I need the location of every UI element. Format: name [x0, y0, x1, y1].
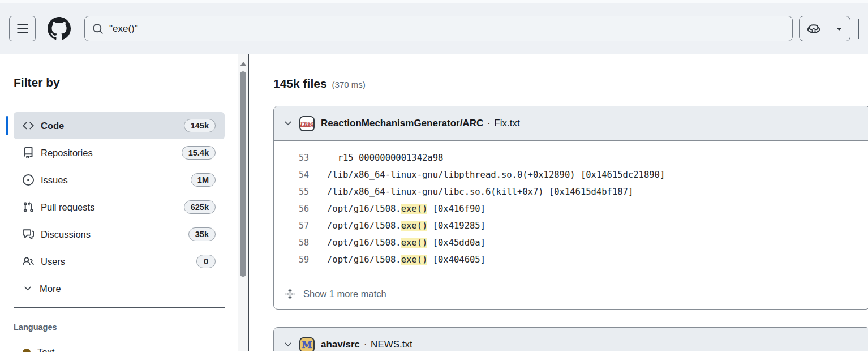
results-header: 145k files (370 ms) — [273, 77, 868, 91]
file-name[interactable]: NEWS.txt — [371, 339, 412, 350]
result-card-header[interactable]: M ahav/src · NEWS.txt — [274, 328, 868, 351]
search-results-panel: 145k files (370 ms) rmg ReactionMechanis… — [249, 54, 868, 351]
result-card-title[interactable]: ahav/src · NEWS.txt — [321, 339, 412, 350]
result-count-badge: 35k — [188, 227, 216, 241]
languages-title: Languages — [14, 323, 225, 332]
filter-nav: Code145kRepositories15.4kIssues1MPull re… — [14, 112, 225, 275]
result-count-badge: 15.4k — [182, 146, 216, 160]
result-card-title[interactable]: ReactionMechanismGenerator/ARC · Fix.txt — [321, 118, 520, 129]
line-number: 57 — [274, 221, 309, 231]
github-logo[interactable] — [48, 17, 71, 40]
title-separator: · — [483, 118, 494, 128]
code-text: /lib/x86_64-linux-gnu/libpthread.so.0(+0… — [327, 170, 665, 180]
search-query-text[interactable]: "exe()" — [109, 23, 138, 35]
main-layout: Filter by Code145kRepositories15.4kIssue… — [0, 54, 868, 351]
global-menu-button[interactable] — [9, 16, 36, 41]
code-match-line[interactable]: 57/opt/g16/l508.exe() [0x419285] — [274, 217, 868, 234]
line-number: 56 — [274, 204, 309, 214]
global-search-input[interactable]: "exe()" — [84, 16, 793, 41]
app-header: "exe()" — [0, 3, 868, 54]
code-match-line[interactable]: 58/opt/g16/l508.exe() [0x45dd0a] — [274, 234, 868, 251]
code-text: /opt/g16/l508.exe() [0x45dd0a] — [327, 238, 485, 248]
sidebar-item-issues[interactable]: Issues1M — [14, 166, 225, 194]
issue-opened-icon — [23, 174, 34, 186]
result-count-badge: 0 — [196, 255, 216, 268]
match-highlight: exe() — [401, 255, 428, 265]
code-icon — [23, 120, 34, 131]
triangle-down-icon — [835, 24, 844, 33]
repo-icon — [23, 147, 34, 158]
code-match-list: 53 r15 0000000001342a9854/lib/x86_64-lin… — [274, 141, 868, 278]
result-count-badge: 625k — [184, 200, 216, 214]
result-card: M ahav/src · NEWS.txt — [273, 327, 868, 351]
line-number: 53 — [274, 153, 309, 163]
match-highlight: exe() — [401, 238, 428, 248]
code-match-line[interactable]: 55/lib/x86_64-linux-gnu/libc.so.6(kill+0… — [274, 183, 868, 200]
title-separator: · — [360, 339, 371, 350]
results-time: (370 ms) — [332, 80, 366, 89]
line-number: 59 — [274, 255, 309, 265]
sidebar-divider — [14, 307, 225, 308]
sidebar-scrollbar[interactable] — [238, 54, 248, 351]
git-pull-request-icon — [23, 201, 34, 213]
code-text: /lib/x86_64-linux-gnu/libc.so.6(kill+0x7… — [327, 187, 633, 197]
copilot-button[interactable] — [800, 16, 828, 41]
copilot-dropdown-button[interactable] — [828, 16, 850, 41]
sidebar-item-label: Pull requests — [41, 202, 94, 213]
chevron-down-icon[interactable] — [283, 340, 293, 350]
header-divider — [858, 19, 859, 39]
result-count-badge: 1M — [191, 173, 216, 187]
line-number: 55 — [274, 187, 309, 197]
scrollbar-up-arrow-icon[interactable] — [240, 62, 247, 66]
search-icon — [92, 23, 104, 35]
result-card: rmg ReactionMechanismGenerator/ARC · Fix… — [273, 106, 868, 310]
sidebar-item-label: Issues — [41, 175, 68, 186]
comment-discussion-icon — [23, 229, 34, 240]
copilot-button-group — [799, 16, 850, 41]
language-item-text[interactable]: Text — [14, 347, 225, 352]
code-text: r15 0000000001342a98 — [327, 153, 443, 163]
line-number: 54 — [274, 170, 309, 180]
three-bars-icon — [16, 23, 29, 35]
sidebar-item-label: Repositories — [41, 148, 93, 158]
show-more-label: Show 1 more match — [303, 289, 386, 299]
sidebar-item-pull-requests[interactable]: Pull requests625k — [14, 194, 225, 221]
more-label: More — [40, 284, 61, 294]
code-text: /opt/g16/l508.exe() [0x419285] — [327, 221, 485, 231]
sidebar-item-repositories[interactable]: Repositories15.4k — [14, 139, 225, 166]
match-highlight: exe() — [401, 221, 428, 231]
chevron-down-icon[interactable] — [283, 118, 293, 128]
filter-sidebar: Filter by Code145kRepositories15.4kIssue… — [0, 54, 238, 351]
line-number: 58 — [274, 238, 309, 248]
copilot-icon — [807, 22, 820, 36]
code-match-line[interactable]: 59/opt/g16/l508.exe() [0x404605] — [274, 251, 868, 268]
repo-name[interactable]: ahav/src — [321, 339, 360, 350]
people-icon — [23, 256, 34, 267]
sidebar-item-discussions[interactable]: Discussions35k — [14, 221, 225, 248]
code-match-line[interactable]: 56/opt/g16/l508.exe() [0x416f90] — [274, 200, 868, 217]
repo-avatar: rmg — [299, 116, 315, 131]
language-label: Text — [37, 347, 54, 352]
repo-avatar: M — [299, 337, 315, 352]
unfold-icon — [285, 289, 295, 299]
sidebar-item-more[interactable]: More — [14, 275, 225, 302]
sidebar-item-code[interactable]: Code145k — [14, 112, 225, 139]
languages-list: Text — [14, 347, 225, 352]
show-more-matches-button[interactable]: Show 1 more match — [274, 278, 868, 309]
chevron-down-icon — [23, 284, 33, 294]
code-match-line[interactable]: 53 r15 0000000001342a98 — [274, 149, 868, 166]
sidebar-item-label: Discussions — [41, 229, 91, 240]
code-text: /opt/g16/l508.exe() [0x404605] — [327, 255, 485, 265]
repo-name[interactable]: ReactionMechanismGenerator/ARC — [321, 118, 483, 128]
sidebar-item-users[interactable]: Users0 — [14, 248, 225, 275]
scrollbar-thumb[interactable] — [240, 71, 246, 277]
filter-by-title: Filter by — [14, 76, 225, 89]
file-name[interactable]: Fix.txt — [494, 118, 519, 128]
result-card-header[interactable]: rmg ReactionMechanismGenerator/ARC · Fix… — [274, 106, 868, 141]
match-highlight: exe() — [401, 204, 428, 214]
code-match-line[interactable]: 54/lib/x86_64-linux-gnu/libpthread.so.0(… — [274, 166, 868, 183]
language-color-dot — [23, 349, 31, 352]
result-count-badge: 145k — [184, 119, 216, 132]
sidebar-item-label: Users — [41, 256, 65, 267]
sidebar-item-label: Code — [41, 121, 64, 131]
